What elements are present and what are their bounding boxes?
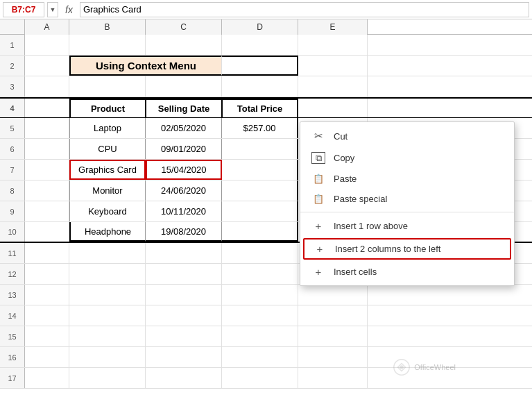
cell-10b[interactable]: Headphone	[69, 222, 146, 242]
context-menu-copy[interactable]: ⧉ Copy	[300, 147, 514, 169]
cell-17a[interactable]	[25, 368, 69, 388]
row-header-3[interactable]: 3	[0, 76, 25, 96]
cell-2e[interactable]	[298, 56, 368, 76]
context-menu-cut[interactable]: ✂ Cut	[300, 125, 514, 147]
cell-10d[interactable]	[222, 222, 298, 242]
cell-14d[interactable]	[222, 305, 298, 326]
cell-9c[interactable]: 10/11/2020	[146, 201, 222, 221]
cell-12b[interactable]	[69, 264, 146, 284]
cell-14a[interactable]	[25, 305, 69, 326]
cell-11b[interactable]	[69, 243, 146, 263]
cell-16b[interactable]	[69, 347, 146, 367]
cell-9a[interactable]	[25, 201, 69, 221]
formula-input[interactable]	[80, 2, 529, 17]
cell-6a[interactable]	[25, 139, 69, 159]
cell-1b[interactable]	[69, 35, 146, 55]
cell-11c[interactable]	[146, 243, 222, 263]
cell-15b[interactable]	[69, 326, 146, 346]
cell-ref-dropdown[interactable]: ▼	[47, 2, 58, 17]
cell-15c[interactable]	[146, 326, 222, 346]
cell-2a[interactable]	[25, 56, 69, 76]
cell-7a[interactable]	[25, 160, 69, 180]
cell-6d[interactable]	[222, 139, 298, 159]
cell-17d[interactable]	[222, 368, 298, 388]
cell-13a[interactable]	[25, 285, 69, 305]
cell-13c[interactable]	[146, 285, 222, 305]
col-header-e[interactable]: E	[298, 19, 368, 35]
col-header-d[interactable]: D	[222, 19, 298, 35]
cell-15d[interactable]	[222, 326, 298, 346]
cell-13e[interactable]	[298, 285, 368, 305]
cell-4a[interactable]	[25, 99, 69, 117]
cell-5b[interactable]: Laptop	[69, 118, 146, 138]
cell-13d[interactable]	[222, 285, 298, 305]
cell-16e[interactable]	[298, 347, 368, 367]
cell-3d[interactable]	[222, 76, 298, 96]
col-header-b[interactable]: B	[69, 19, 146, 35]
cell-15a[interactable]	[25, 326, 69, 346]
cell-9b[interactable]: Keyboard	[69, 201, 146, 221]
context-menu-insert-row[interactable]: + Insert 1 row above	[300, 215, 514, 237]
col-header-a[interactable]: A	[25, 19, 69, 35]
cell-6b[interactable]: CPU	[69, 139, 146, 159]
cell-1e[interactable]	[298, 35, 368, 55]
cell-reference-box[interactable]: B7:C7	[3, 2, 44, 17]
cell-4b[interactable]: Product	[69, 99, 146, 117]
cell-7b[interactable]: Graphics Card	[69, 160, 146, 180]
cell-17c[interactable]	[146, 368, 222, 388]
cell-16d[interactable]	[222, 347, 298, 367]
cell-1c[interactable]	[146, 35, 222, 55]
cell-17e[interactable]	[298, 368, 368, 388]
cell-10a[interactable]	[25, 222, 69, 242]
row-header-14[interactable]: 14	[0, 305, 25, 326]
cell-2d[interactable]	[222, 56, 298, 76]
cell-9d[interactable]	[222, 201, 298, 221]
cell-4d[interactable]: Total Price	[222, 99, 298, 117]
row-header-17[interactable]: 17	[0, 368, 25, 388]
context-menu-insert-cells[interactable]: + Insert cells	[300, 261, 514, 283]
cell-3b[interactable]	[69, 76, 146, 96]
cell-10c[interactable]: 19/08/2020	[146, 222, 222, 242]
row-header-9[interactable]: 9	[0, 201, 25, 221]
cell-11d[interactable]	[222, 243, 298, 263]
cell-8b[interactable]: Monitor	[69, 180, 146, 201]
cell-7d[interactable]	[222, 160, 298, 180]
cell-7c[interactable]: 15/04/2020	[146, 160, 222, 180]
cell-3a[interactable]	[25, 76, 69, 96]
row-header-5[interactable]: 5	[0, 118, 25, 138]
row-header-16[interactable]: 16	[0, 347, 25, 367]
row-header-12[interactable]: 12	[0, 264, 25, 284]
col-header-c[interactable]: C	[146, 19, 222, 35]
cell-14e[interactable]	[298, 305, 368, 326]
cell-12d[interactable]	[222, 264, 298, 284]
cell-4c[interactable]: Selling Date	[146, 99, 222, 117]
row-header-6[interactable]: 6	[0, 139, 25, 159]
cell-11a[interactable]	[25, 243, 69, 263]
cell-14b[interactable]	[69, 305, 146, 326]
cell-16c[interactable]	[146, 347, 222, 367]
row-header-1[interactable]: 1	[0, 35, 25, 55]
context-menu-insert-cols[interactable]: + Insert 2 columns to the left	[303, 238, 511, 260]
cell-8d[interactable]	[222, 180, 298, 201]
cell-12c[interactable]	[146, 264, 222, 284]
cell-14c[interactable]	[146, 305, 222, 326]
row-header-2[interactable]: 2	[0, 56, 25, 76]
cell-3e[interactable]	[298, 76, 368, 96]
context-menu-paste-special[interactable]: 📋 Paste special	[300, 189, 514, 209]
row-header-8[interactable]: 8	[0, 180, 25, 201]
row-header-15[interactable]: 15	[0, 326, 25, 346]
title-cell[interactable]: Using Context Menu	[69, 56, 222, 76]
cell-8a[interactable]	[25, 180, 69, 201]
cell-5c[interactable]: 02/05/2020	[146, 118, 222, 138]
row-header-4[interactable]: 4	[0, 99, 25, 117]
cell-6c[interactable]: 09/01/2020	[146, 139, 222, 159]
cell-1a[interactable]	[25, 35, 69, 55]
cell-13b[interactable]	[69, 285, 146, 305]
context-menu-paste[interactable]: 📋 Paste	[300, 169, 514, 189]
row-header-11[interactable]: 11	[0, 243, 25, 263]
cell-8c[interactable]: 24/06/2020	[146, 180, 222, 201]
row-header-13[interactable]: 13	[0, 285, 25, 305]
cell-12a[interactable]	[25, 264, 69, 284]
cell-3c[interactable]	[146, 76, 222, 96]
cell-5d[interactable]: $257.00	[222, 118, 298, 138]
